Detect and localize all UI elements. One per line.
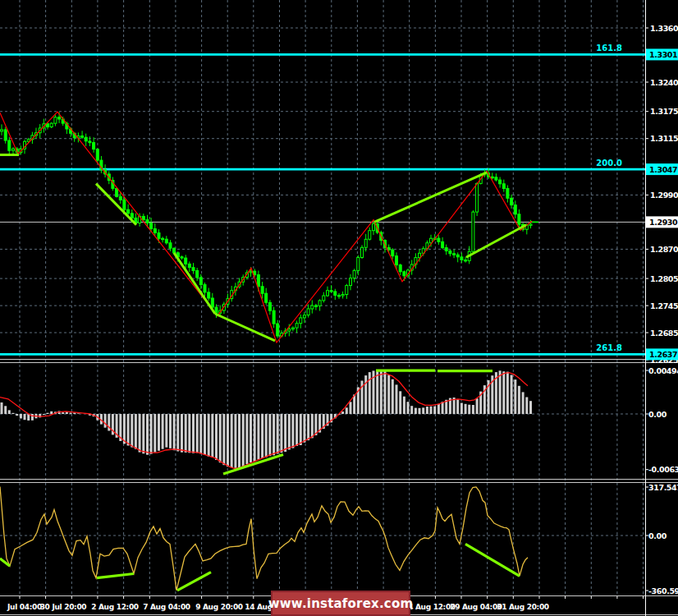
svg-text:1.2990: 1.2990 [650, 191, 678, 200]
svg-text:1.2805: 1.2805 [650, 274, 678, 283]
svg-text:261.8: 261.8 [596, 343, 622, 352]
watermark-badge: www.instaforex.com [271, 591, 410, 616]
cci-pattern-lines [0, 544, 520, 591]
svg-text:0.00: 0.00 [648, 531, 667, 540]
svg-text:29 Aug 04:00: 29 Aug 04:00 [450, 603, 502, 611]
svg-text:2 Aug 12:00: 2 Aug 12:00 [91, 603, 139, 611]
price-axis: 1.33601.32401.31751.31151.29901.28701.28… [596, 24, 678, 595]
svg-text:Jul 04:00: Jul 04:00 [7, 603, 42, 611]
fib-level-lines [0, 54, 645, 354]
candlesticks [1, 112, 539, 338]
macd-histogram [1, 370, 533, 468]
svg-text:31 Aug 20:00: 31 Aug 20:00 [497, 603, 549, 611]
svg-text:7 Aug 04:00: 7 Aug 04:00 [143, 603, 190, 611]
zigzag-line [0, 112, 532, 342]
svg-text:1.3240: 1.3240 [650, 78, 678, 87]
svg-text:0.00494: 0.00494 [648, 366, 678, 375]
svg-text:9 Aug 20:00: 9 Aug 20:00 [195, 603, 243, 611]
svg-text:1.3175: 1.3175 [650, 107, 678, 116]
svg-text:30 Jul 20:00: 30 Jul 20:00 [40, 603, 87, 611]
svg-text:1.2637: 1.2637 [649, 350, 677, 359]
svg-text:317.5477: 317.5477 [648, 483, 678, 492]
svg-text:161.8: 161.8 [596, 44, 622, 53]
watermark-text: www.instaforex.com [268, 596, 414, 611]
svg-text:1.2870: 1.2870 [650, 245, 678, 254]
macd-signal-line [0, 373, 528, 469]
svg-text:0.00: 0.00 [648, 410, 667, 419]
svg-text:1.2745: 1.2745 [650, 301, 678, 310]
svg-text:1.3360: 1.3360 [650, 24, 678, 33]
svg-text:200.0: 200.0 [596, 159, 622, 168]
chart-window: 1.33601.32401.31751.31151.29901.28701.28… [0, 0, 678, 616]
panel-separators [0, 0, 678, 616]
svg-text:1.3115: 1.3115 [650, 134, 678, 143]
svg-text:1.2685: 1.2685 [650, 329, 678, 338]
svg-text:-0.00631: -0.00631 [648, 465, 678, 474]
cci-line [0, 487, 528, 591]
svg-text:1.3047: 1.3047 [649, 165, 677, 174]
svg-text:1.3301: 1.3301 [649, 50, 677, 59]
svg-text:1.2930: 1.2930 [649, 218, 678, 227]
svg-text:-360.592: -360.592 [648, 586, 678, 595]
price-chart: 1.33601.32401.31751.31151.29901.28701.28… [0, 0, 678, 616]
macd-pattern-lines [223, 370, 492, 474]
